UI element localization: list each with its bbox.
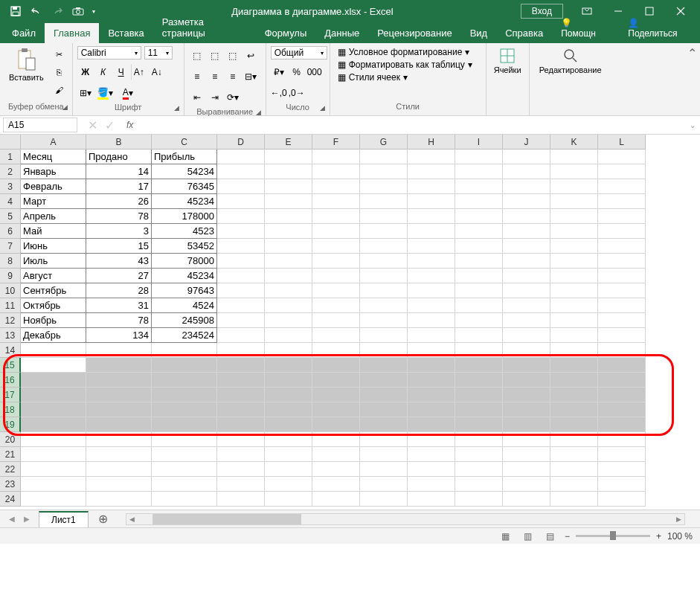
cell-B18[interactable] bbox=[86, 402, 152, 417]
row-header-14[interactable]: 14 bbox=[0, 343, 21, 358]
cell-C2[interactable]: 54234 bbox=[152, 164, 217, 179]
cell-I17[interactable] bbox=[455, 388, 503, 402]
cell-F6[interactable] bbox=[312, 224, 360, 239]
cell-K2[interactable] bbox=[550, 164, 598, 179]
increase-indent-icon[interactable]: ⇥ bbox=[207, 89, 223, 106]
cell-L3[interactable] bbox=[598, 179, 646, 194]
cell-A17[interactable] bbox=[21, 388, 86, 402]
cell-L21[interactable] bbox=[598, 447, 646, 462]
cell-J22[interactable] bbox=[503, 462, 550, 477]
bold-button[interactable]: Ж bbox=[77, 64, 94, 80]
cell-F13[interactable] bbox=[312, 328, 360, 343]
cell-D21[interactable] bbox=[217, 447, 265, 462]
cell-G8[interactable] bbox=[360, 254, 408, 269]
italic-button[interactable]: К bbox=[95, 64, 112, 80]
horizontal-scrollbar[interactable]: ◀ ▶ bbox=[126, 513, 685, 525]
tab-insert[interactable]: Вставка bbox=[99, 23, 152, 43]
cell-H3[interactable] bbox=[408, 179, 455, 194]
cell-I21[interactable] bbox=[455, 447, 503, 462]
align-center-icon[interactable]: ≡ bbox=[207, 68, 223, 85]
cell-C5[interactable]: 178000 bbox=[152, 209, 217, 224]
cell-D22[interactable] bbox=[217, 462, 265, 477]
cell-A9[interactable]: Август bbox=[21, 269, 86, 283]
cell-J7[interactable] bbox=[503, 239, 550, 254]
cell-D6[interactable] bbox=[217, 224, 265, 239]
col-header-L[interactable]: L bbox=[598, 135, 646, 150]
cell-L4[interactable] bbox=[598, 194, 646, 209]
cell-A7[interactable]: Июнь bbox=[21, 239, 86, 254]
cell-L9[interactable] bbox=[598, 269, 646, 283]
cell-B16[interactable] bbox=[86, 373, 152, 388]
cell-C12[interactable]: 245908 bbox=[152, 313, 217, 328]
cell-I10[interactable] bbox=[455, 283, 503, 298]
cell-D19[interactable] bbox=[217, 417, 265, 432]
cell-J21[interactable] bbox=[503, 447, 550, 462]
row-header-3[interactable]: 3 bbox=[0, 179, 21, 194]
cell-C3[interactable]: 76345 bbox=[152, 179, 217, 194]
align-right-icon[interactable]: ≡ bbox=[225, 68, 241, 85]
cell-A24[interactable] bbox=[21, 492, 86, 507]
cell-D18[interactable] bbox=[217, 402, 265, 417]
cell-F15[interactable] bbox=[312, 358, 360, 373]
cell-F12[interactable] bbox=[312, 313, 360, 328]
cell-K8[interactable] bbox=[550, 254, 598, 269]
cell-H15[interactable] bbox=[408, 358, 455, 373]
cell-E4[interactable] bbox=[265, 194, 312, 209]
expand-formula-icon[interactable]: ⌄ bbox=[685, 121, 700, 129]
cell-E22[interactable] bbox=[265, 462, 312, 477]
cell-H10[interactable] bbox=[408, 283, 455, 298]
cell-L11[interactable] bbox=[598, 298, 646, 313]
cell-A16[interactable] bbox=[21, 373, 86, 388]
cell-H21[interactable] bbox=[408, 447, 455, 462]
row-header-7[interactable]: 7 bbox=[0, 239, 21, 254]
cell-I22[interactable] bbox=[455, 462, 503, 477]
qat-dropdown-icon[interactable]: ▾ bbox=[89, 1, 98, 21]
cell-L10[interactable] bbox=[598, 283, 646, 298]
cell-H16[interactable] bbox=[408, 373, 455, 388]
cell-D15[interactable] bbox=[217, 358, 265, 373]
cell-E19[interactable] bbox=[265, 417, 312, 432]
orientation-icon[interactable]: ⟳▾ bbox=[225, 89, 241, 106]
cell-B23[interactable] bbox=[86, 477, 152, 492]
cell-G13[interactable] bbox=[360, 328, 408, 343]
col-header-J[interactable]: J bbox=[503, 135, 550, 150]
cell-I9[interactable] bbox=[455, 269, 503, 283]
tab-file[interactable]: Файл bbox=[3, 23, 45, 43]
cell-I14[interactable] bbox=[455, 343, 503, 358]
cell-A11[interactable]: Октябрь bbox=[21, 298, 86, 313]
cell-J4[interactable] bbox=[503, 194, 550, 209]
cell-G12[interactable] bbox=[360, 313, 408, 328]
cell-H6[interactable] bbox=[408, 224, 455, 239]
cell-H20[interactable] bbox=[408, 432, 455, 447]
cell-K6[interactable] bbox=[550, 224, 598, 239]
cell-F22[interactable] bbox=[312, 462, 360, 477]
cell-L6[interactable] bbox=[598, 224, 646, 239]
row-header-12[interactable]: 12 bbox=[0, 313, 21, 328]
cell-F10[interactable] bbox=[312, 283, 360, 298]
row-header-17[interactable]: 17 bbox=[0, 388, 21, 402]
cell-J9[interactable] bbox=[503, 269, 550, 283]
cell-D14[interactable] bbox=[217, 343, 265, 358]
normal-view-icon[interactable]: ▦ bbox=[498, 530, 514, 543]
cell-G22[interactable] bbox=[360, 462, 408, 477]
cell-K15[interactable] bbox=[550, 358, 598, 373]
cell-G19[interactable] bbox=[360, 417, 408, 432]
cells-button[interactable]: Ячейки bbox=[489, 46, 526, 76]
cell-K11[interactable] bbox=[550, 298, 598, 313]
tab-data[interactable]: Данные bbox=[315, 23, 368, 43]
cell-J11[interactable] bbox=[503, 298, 550, 313]
cell-J12[interactable] bbox=[503, 313, 550, 328]
zoom-level[interactable]: 100 % bbox=[667, 531, 693, 542]
cell-A21[interactable] bbox=[21, 447, 86, 462]
cell-B22[interactable] bbox=[86, 462, 152, 477]
cell-G17[interactable] bbox=[360, 388, 408, 402]
row-header-4[interactable]: 4 bbox=[0, 194, 21, 209]
cell-A20[interactable] bbox=[21, 432, 86, 447]
border-button[interactable]: ⊞▾ bbox=[77, 85, 94, 101]
font-color-button[interactable]: A▾ bbox=[118, 85, 138, 101]
cell-I1[interactable] bbox=[455, 150, 503, 164]
cell-G23[interactable] bbox=[360, 477, 408, 492]
cell-C15[interactable] bbox=[152, 358, 217, 373]
cell-A23[interactable] bbox=[21, 477, 86, 492]
cell-G6[interactable] bbox=[360, 224, 408, 239]
